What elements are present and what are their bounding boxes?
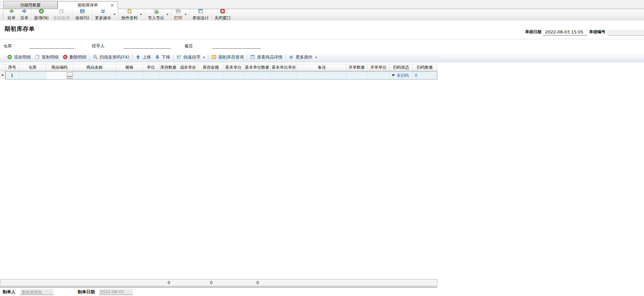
more-actions-button[interactable]: 更多操作 [92, 9, 118, 20]
quick-sort-button[interactable]: 快速排序 [174, 53, 207, 62]
dropdown-caret-icon[interactable] [185, 14, 187, 15]
grid-header-product-name[interactable]: 商品名称 [73, 64, 116, 71]
toolbar-separator [173, 54, 173, 61]
handler-label: 经手人 [92, 43, 105, 49]
dropdown-caret-icon[interactable] [113, 14, 116, 15]
cell-base-unit-price[interactable] [271, 71, 297, 79]
initial-inventory-window: 功能导航窗 期初库存单 × 前单 后单 新增(N) [0, 0, 644, 296]
save-button[interactable]: 保存(S) [73, 9, 91, 20]
grid-header-product-code[interactable]: 商品编码 [46, 64, 73, 71]
print-button[interactable]: 打印 [172, 9, 189, 20]
cell-seq[interactable]: 1 [5, 71, 19, 79]
copy-pages-icon [59, 8, 64, 15]
dropdown-caret-icon[interactable] [140, 14, 142, 15]
copy-detail-button[interactable]: 复制明细 [33, 53, 61, 62]
orange-table-icon [211, 54, 216, 61]
grid-header-unit[interactable]: 单位 [143, 64, 159, 71]
tab-initial-inventory-label: 期初库存单 [78, 2, 98, 8]
toolbar-separator [145, 9, 145, 20]
attachments-button[interactable]: 附件资料 [119, 9, 144, 20]
table-row[interactable]: * 1 ... 未扫码 0 [0, 71, 437, 79]
total-stock-amount: 0 [199, 280, 224, 285]
import-export-label: 导入导出 [148, 15, 164, 21]
move-up-label: 上移 [142, 54, 151, 60]
plus-circle-icon [39, 8, 44, 15]
cell-spec[interactable] [116, 71, 143, 79]
grid-header-warehouse[interactable]: 仓库 [19, 64, 46, 71]
grid-header-base-unit-price[interactable]: 基本单位单价 [271, 64, 297, 71]
tab-function-navigation[interactable]: 功能导航窗 [3, 1, 58, 9]
import-export-button[interactable]: 导入导出 [145, 9, 171, 20]
total-base-unit-qty: 0 [244, 280, 271, 285]
doc-number-field[interactable] [607, 30, 644, 36]
dropdown-caret-icon[interactable] [315, 57, 317, 58]
cell-cost-price[interactable] [178, 71, 199, 79]
grid-header-order-qty[interactable]: 开单数量 [347, 64, 367, 71]
copy-new-label: 复制新增 [53, 15, 69, 21]
grid-header-seq[interactable]: 序号 [5, 64, 19, 71]
doc-date-field[interactable]: 2022-08-03 15:05 [543, 29, 587, 36]
cell-stock-amount[interactable] [199, 71, 223, 79]
cell-remark[interactable] [297, 71, 347, 79]
arrow-right-icon [22, 8, 27, 15]
prev-doc-button[interactable]: 前单 [5, 9, 18, 20]
cell-order-qty[interactable] [347, 71, 367, 79]
window-layout-icon [198, 8, 203, 15]
grid-header-spec[interactable]: 规格 [116, 64, 143, 71]
cell-product-name[interactable] [73, 71, 116, 79]
toolbar-separator [31, 9, 32, 20]
grid-header-cost-price[interactable]: 成本单价 [178, 64, 199, 71]
detail-more-actions-button[interactable]: 更多操作 [287, 53, 319, 62]
view-product-detail-button[interactable]: 查看商品详情 [248, 53, 284, 62]
grid-header-stock-amount[interactable]: 库存金额 [199, 64, 223, 71]
move-down-button[interactable]: 下移 [153, 53, 172, 62]
dropdown-caret-icon[interactable] [203, 57, 205, 58]
printer-icon [175, 8, 181, 15]
close-tab-icon[interactable]: × [110, 3, 114, 7]
blue-table-icon [250, 54, 255, 61]
next-doc-button[interactable]: 后单 [18, 9, 31, 20]
doc-number-label: 单据编号 [589, 29, 605, 36]
quick-sort-label: 快速排序 [183, 54, 200, 60]
new-button[interactable]: 新增(N) [32, 9, 51, 20]
ui-design-button[interactable]: 界面设计 [190, 9, 211, 20]
cell-unit[interactable] [143, 71, 159, 79]
cell-order-unit[interactable] [367, 71, 390, 79]
toolbar-separator [189, 9, 190, 20]
grid-header-order-unit[interactable]: 开单单位 [367, 64, 390, 71]
floppy-save-icon [80, 8, 85, 15]
toolbar-grip-handle[interactable] [2, 10, 4, 19]
add-detail-button[interactable]: 添加明细 [5, 53, 33, 62]
bottom-area: 0 0 0 制单人 系统管理员 制单日期 2022-08-03 [0, 279, 644, 296]
close-window-button[interactable]: 关闭窗口 [212, 9, 233, 20]
tab-initial-inventory[interactable]: 期初库存单 × [58, 1, 118, 9]
stock-query-button[interactable]: 期初库存查询 [209, 53, 246, 62]
dropdown-caret-icon[interactable] [166, 14, 168, 15]
grid-totals-row: 0 0 0 [0, 279, 437, 286]
grid-header-scan-qty[interactable]: 扫码数量 [413, 64, 437, 71]
scan-barcode-button[interactable]: 扫描条形码(F4) [91, 53, 131, 62]
warehouse-field[interactable] [29, 43, 75, 49]
cell-product-code[interactable]: ... [46, 71, 73, 79]
arrow-left-icon [9, 8, 14, 15]
cell-warehouse[interactable] [19, 71, 46, 79]
delete-detail-button[interactable]: 删除明细 [61, 53, 88, 62]
grid-header-stock-qty[interactable]: 库存数量 [159, 64, 178, 71]
grid-header-scan-status[interactable]: 扫码状态 [390, 64, 413, 71]
cell-stock-qty[interactable] [159, 71, 178, 79]
grid-header-base-unit[interactable]: 基本单位 [223, 64, 244, 71]
toolbar-separator [89, 54, 90, 61]
grid-header-remark[interactable]: 备注 [297, 64, 347, 71]
cell-base-unit-qty[interactable] [244, 71, 271, 79]
double-chevron-down-icon [100, 8, 106, 15]
page-title: 期初库存单 [4, 25, 35, 33]
cell-base-unit[interactable] [223, 71, 244, 79]
move-up-button[interactable]: 上移 [133, 53, 153, 62]
grid-header-base-unit-qty[interactable]: 基本单位数量 [244, 64, 271, 71]
lookup-ellipsis-button[interactable]: ... [67, 72, 72, 79]
toolbar-separator [285, 54, 286, 61]
cell-scan-qty[interactable]: 0 [413, 71, 437, 79]
handler-field[interactable] [124, 43, 171, 49]
remark-field[interactable] [212, 43, 261, 49]
cell-scan-status[interactable]: 未扫码 [390, 71, 413, 79]
